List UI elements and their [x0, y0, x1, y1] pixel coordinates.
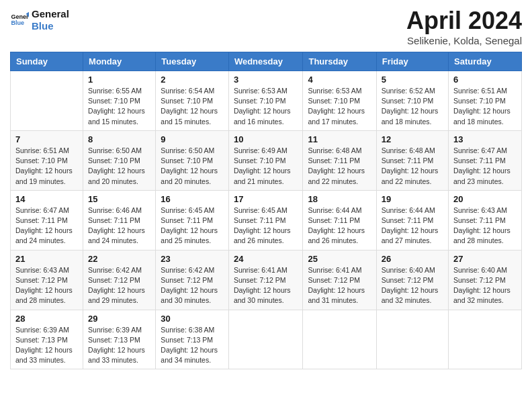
day-info: Sunrise: 6:52 AMSunset: 7:10 PMDaylight:… — [382, 86, 443, 127]
calendar-cell — [303, 310, 376, 369]
day-number: 7 — [15, 134, 78, 144]
calendar-cell: 20Sunrise: 6:43 AMSunset: 7:11 PMDayligh… — [449, 190, 522, 250]
day-info: Sunrise: 6:39 AMSunset: 7:13 PMDaylight:… — [88, 325, 150, 366]
day-info: Sunrise: 6:50 AMSunset: 7:10 PMDaylight:… — [161, 146, 224, 187]
day-number: 13 — [453, 134, 517, 144]
calendar-cell: 21Sunrise: 6:43 AMSunset: 7:12 PMDayligh… — [11, 250, 83, 310]
calendar-cell: 26Sunrise: 6:40 AMSunset: 7:12 PMDayligh… — [376, 250, 448, 310]
calendar-week-1: 1Sunrise: 6:55 AMSunset: 7:10 PMDaylight… — [11, 71, 522, 131]
header-sunday: Sunday — [11, 52, 83, 71]
calendar-cell: 28Sunrise: 6:39 AMSunset: 7:13 PMDayligh… — [11, 310, 83, 369]
calendar-cell: 10Sunrise: 6:49 AMSunset: 7:10 PMDayligh… — [228, 130, 303, 190]
calendar-week-5: 28Sunrise: 6:39 AMSunset: 7:13 PMDayligh… — [11, 310, 522, 369]
day-info: Sunrise: 6:55 AMSunset: 7:10 PMDaylight:… — [88, 86, 150, 127]
day-number: 24 — [234, 254, 298, 264]
calendar-cell: 14Sunrise: 6:47 AMSunset: 7:11 PMDayligh… — [11, 190, 83, 250]
title-block: April 2024 Selikenie, Kolda, Senegal — [406, 7, 522, 46]
day-info: Sunrise: 6:48 AMSunset: 7:11 PMDaylight:… — [308, 146, 371, 187]
calendar-cell: 25Sunrise: 6:41 AMSunset: 7:12 PMDayligh… — [303, 250, 376, 310]
logo-text-general: General — [32, 8, 69, 20]
header-wednesday: Wednesday — [228, 52, 303, 71]
day-number: 30 — [161, 314, 224, 324]
day-number: 3 — [234, 75, 298, 85]
day-info: Sunrise: 6:45 AMSunset: 7:11 PMDaylight:… — [234, 205, 298, 246]
calendar-cell: 4Sunrise: 6:53 AMSunset: 7:10 PMDaylight… — [303, 71, 376, 131]
day-number: 21 — [15, 254, 78, 264]
calendar-cell: 6Sunrise: 6:51 AMSunset: 7:10 PMDaylight… — [449, 71, 522, 131]
calendar-cell: 13Sunrise: 6:47 AMSunset: 7:11 PMDayligh… — [449, 130, 522, 190]
calendar-week-2: 7Sunrise: 6:51 AMSunset: 7:10 PMDaylight… — [11, 130, 522, 190]
day-info: Sunrise: 6:38 AMSunset: 7:13 PMDaylight:… — [161, 325, 224, 366]
day-info: Sunrise: 6:42 AMSunset: 7:12 PMDaylight:… — [161, 265, 224, 306]
day-number: 6 — [453, 75, 517, 85]
day-info: Sunrise: 6:54 AMSunset: 7:10 PMDaylight:… — [161, 86, 224, 127]
day-info: Sunrise: 6:46 AMSunset: 7:11 PMDaylight:… — [88, 205, 150, 246]
day-number: 29 — [88, 314, 150, 324]
header-thursday: Thursday — [303, 52, 376, 71]
day-info: Sunrise: 6:47 AMSunset: 7:11 PMDaylight:… — [453, 146, 517, 187]
day-number: 17 — [234, 194, 298, 204]
day-info: Sunrise: 6:48 AMSunset: 7:11 PMDaylight:… — [382, 146, 443, 187]
calendar-cell: 18Sunrise: 6:44 AMSunset: 7:11 PMDayligh… — [303, 190, 376, 250]
day-info: Sunrise: 6:51 AMSunset: 7:10 PMDaylight:… — [453, 86, 517, 127]
svg-text:Blue: Blue — [11, 19, 24, 26]
calendar-cell: 7Sunrise: 6:51 AMSunset: 7:10 PMDaylight… — [11, 130, 83, 190]
day-number: 18 — [308, 194, 371, 204]
day-number: 16 — [161, 194, 224, 204]
calendar-cell: 9Sunrise: 6:50 AMSunset: 7:10 PMDaylight… — [156, 130, 229, 190]
header-saturday: Saturday — [449, 52, 522, 71]
calendar: SundayMondayTuesdayWednesdayThursdayFrid… — [10, 52, 522, 369]
calendar-cell: 5Sunrise: 6:52 AMSunset: 7:10 PMDaylight… — [376, 71, 448, 131]
day-number: 12 — [382, 134, 443, 144]
calendar-cell — [376, 310, 448, 369]
day-info: Sunrise: 6:49 AMSunset: 7:10 PMDaylight:… — [234, 146, 298, 187]
calendar-cell — [228, 310, 303, 369]
calendar-cell: 22Sunrise: 6:42 AMSunset: 7:12 PMDayligh… — [83, 250, 156, 310]
day-info: Sunrise: 6:53 AMSunset: 7:10 PMDaylight:… — [308, 86, 371, 127]
calendar-cell: 16Sunrise: 6:45 AMSunset: 7:11 PMDayligh… — [156, 190, 229, 250]
calendar-cell: 11Sunrise: 6:48 AMSunset: 7:11 PMDayligh… — [303, 130, 376, 190]
calendar-cell: 15Sunrise: 6:46 AMSunset: 7:11 PMDayligh… — [83, 190, 156, 250]
day-number: 1 — [88, 75, 150, 85]
day-info: Sunrise: 6:40 AMSunset: 7:12 PMDaylight:… — [453, 265, 517, 306]
day-info: Sunrise: 6:47 AMSunset: 7:11 PMDaylight:… — [15, 205, 78, 246]
header-friday: Friday — [376, 52, 448, 71]
page-header: General Blue General Blue April 2024 Sel… — [10, 7, 522, 46]
day-number: 25 — [308, 254, 371, 264]
calendar-cell — [11, 71, 83, 131]
day-number: 14 — [15, 194, 78, 204]
calendar-cell: 23Sunrise: 6:42 AMSunset: 7:12 PMDayligh… — [156, 250, 229, 310]
calendar-week-3: 14Sunrise: 6:47 AMSunset: 7:11 PMDayligh… — [11, 190, 522, 250]
day-number: 20 — [453, 194, 517, 204]
logo-text-blue: Blue — [32, 20, 69, 32]
calendar-cell: 17Sunrise: 6:45 AMSunset: 7:11 PMDayligh… — [228, 190, 303, 250]
calendar-header-row: SundayMondayTuesdayWednesdayThursdayFrid… — [11, 52, 522, 71]
day-number: 8 — [88, 134, 150, 144]
calendar-cell: 1Sunrise: 6:55 AMSunset: 7:10 PMDaylight… — [83, 71, 156, 131]
calendar-cell: 27Sunrise: 6:40 AMSunset: 7:12 PMDayligh… — [449, 250, 522, 310]
day-info: Sunrise: 6:51 AMSunset: 7:10 PMDaylight:… — [15, 146, 78, 187]
calendar-cell — [449, 310, 522, 369]
day-info: Sunrise: 6:41 AMSunset: 7:12 PMDaylight:… — [308, 265, 371, 306]
calendar-cell: 29Sunrise: 6:39 AMSunset: 7:13 PMDayligh… — [83, 310, 156, 369]
day-number: 10 — [234, 134, 298, 144]
day-number: 2 — [161, 75, 224, 85]
day-number: 19 — [382, 194, 443, 204]
day-info: Sunrise: 6:50 AMSunset: 7:10 PMDaylight:… — [88, 146, 150, 187]
day-info: Sunrise: 6:45 AMSunset: 7:11 PMDaylight:… — [161, 205, 224, 246]
day-number: 23 — [161, 254, 224, 264]
day-info: Sunrise: 6:39 AMSunset: 7:13 PMDaylight:… — [15, 325, 78, 366]
day-number: 26 — [382, 254, 443, 264]
calendar-cell: 3Sunrise: 6:53 AMSunset: 7:10 PMDaylight… — [228, 71, 303, 131]
day-number: 4 — [308, 75, 371, 85]
day-number: 5 — [382, 75, 443, 85]
day-number: 11 — [308, 134, 371, 144]
day-info: Sunrise: 6:42 AMSunset: 7:12 PMDaylight:… — [88, 265, 150, 306]
day-info: Sunrise: 6:43 AMSunset: 7:11 PMDaylight:… — [453, 205, 517, 246]
day-number: 9 — [161, 134, 224, 144]
calendar-cell: 19Sunrise: 6:44 AMSunset: 7:11 PMDayligh… — [376, 190, 448, 250]
day-info: Sunrise: 6:44 AMSunset: 7:11 PMDaylight:… — [308, 205, 371, 246]
calendar-cell: 12Sunrise: 6:48 AMSunset: 7:11 PMDayligh… — [376, 130, 448, 190]
day-info: Sunrise: 6:40 AMSunset: 7:12 PMDaylight:… — [382, 265, 443, 306]
day-info: Sunrise: 6:43 AMSunset: 7:12 PMDaylight:… — [15, 265, 78, 306]
